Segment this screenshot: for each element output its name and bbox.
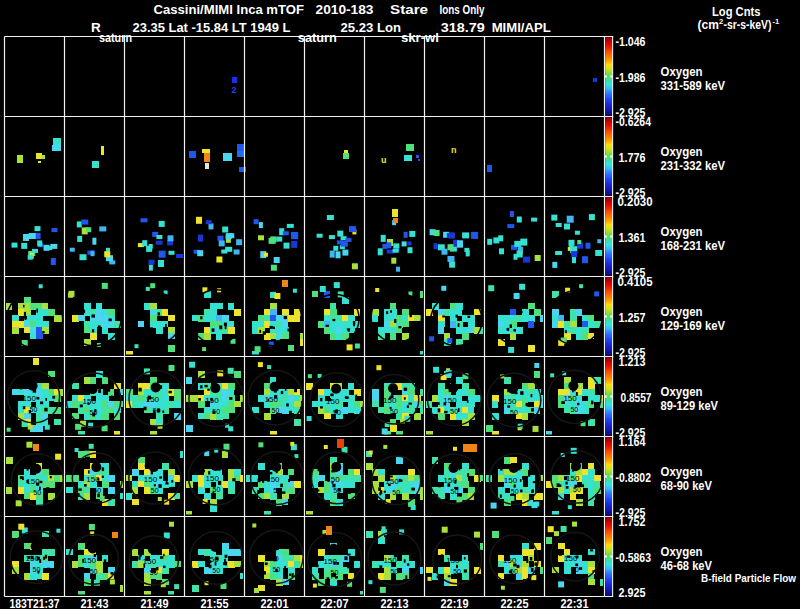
svg-text:Stare: Stare — [390, 2, 429, 17]
svg-text:21:43: 21:43 — [81, 597, 109, 609]
svg-text:150: 150 — [503, 397, 517, 406]
svg-text:318.79: 318.79 — [441, 20, 485, 35]
svg-text:2.925: 2.925 — [619, 586, 646, 600]
svg-text:50: 50 — [33, 489, 41, 496]
svg-text:B-field Particle Flow: B-field Particle Flow — [701, 572, 796, 584]
svg-text:50: 50 — [511, 488, 519, 495]
svg-text:0.4105: 0.4105 — [618, 275, 653, 289]
svg-text:150: 150 — [26, 477, 40, 486]
svg-text:-1.046: -1.046 — [616, 35, 646, 49]
svg-text:150: 150 — [324, 557, 338, 566]
svg-text:50: 50 — [150, 569, 158, 576]
svg-text:22:07: 22:07 — [321, 597, 349, 609]
svg-text:150: 150 — [205, 555, 219, 564]
svg-text:231-332 keV: 231-332 keV — [661, 159, 726, 173]
svg-text:150: 150 — [83, 556, 97, 565]
svg-text:150: 150 — [265, 395, 279, 404]
svg-text:Oxygen: Oxygen — [661, 545, 703, 559]
svg-text:150: 150 — [265, 554, 279, 563]
svg-text:150: 150 — [326, 475, 340, 484]
svg-text:50: 50 — [212, 567, 220, 574]
svg-text:50: 50 — [151, 487, 159, 494]
svg-text:331-589 keV: 331-589 keV — [661, 79, 726, 93]
svg-text:MIMI/APL: MIMI/APL — [492, 20, 551, 35]
svg-text:150: 150 — [503, 556, 517, 565]
svg-text:saturn: saturn — [99, 31, 132, 45]
svg-text:50: 50 — [390, 408, 398, 415]
svg-text:89-129 keV: 89-129 keV — [661, 399, 719, 413]
svg-text:0.2030: 0.2030 — [618, 195, 653, 209]
svg-text:150: 150 — [23, 394, 37, 403]
svg-text:50: 50 — [90, 568, 98, 575]
svg-text:50: 50 — [331, 569, 339, 576]
svg-text:50: 50 — [90, 409, 98, 416]
svg-text:22:01: 22:01 — [261, 597, 289, 609]
svg-text:183T21:37: 183T21:37 — [10, 597, 60, 609]
svg-text:1.752: 1.752 — [619, 515, 646, 529]
svg-text:saturn: saturn — [298, 31, 337, 45]
svg-text:1.257: 1.257 — [619, 311, 646, 325]
svg-text:150: 150 — [144, 475, 158, 484]
svg-text:150: 150 — [83, 397, 97, 406]
svg-text:21:55: 21:55 — [201, 597, 229, 609]
svg-text:50: 50 — [571, 566, 579, 573]
svg-text:50: 50 — [333, 487, 341, 494]
svg-text:22:25: 22:25 — [501, 597, 529, 609]
svg-text:50: 50 — [390, 568, 398, 575]
svg-text:150: 150 — [444, 476, 458, 485]
svg-text:22:19: 22:19 — [441, 597, 469, 609]
svg-text:(cm: (cm — [698, 18, 719, 32]
svg-text:0.8557: 0.8557 — [621, 391, 652, 405]
svg-text:50: 50 — [451, 488, 459, 495]
svg-text:Oxygen: Oxygen — [661, 465, 703, 479]
svg-text:Oxygen: Oxygen — [661, 65, 703, 79]
svg-text:Cassini/MIMI Inca mTOF: Cassini/MIMI Inca mTOF — [154, 2, 305, 17]
svg-text:150: 150 — [566, 474, 580, 483]
svg-text:50: 50 — [333, 409, 341, 416]
svg-text:-1.986: -1.986 — [616, 71, 646, 85]
svg-text:1.776: 1.776 — [619, 151, 646, 165]
svg-text:2010-183: 2010-183 — [316, 2, 374, 17]
svg-text:150: 150 — [326, 397, 340, 406]
svg-text:2: 2 — [232, 85, 237, 95]
svg-text:129-169 keV: 129-169 keV — [661, 319, 726, 333]
svg-text:150: 150 — [504, 476, 518, 485]
svg-text:50: 50 — [153, 407, 161, 414]
svg-text:50: 50 — [272, 407, 280, 414]
svg-text:1.164: 1.164 — [619, 435, 646, 449]
svg-text:50: 50 — [453, 568, 461, 575]
svg-text:Oxygen: Oxygen — [661, 385, 703, 399]
svg-text:150: 150 — [446, 556, 460, 565]
svg-text:u: u — [381, 155, 387, 165]
svg-text:21:49: 21:49 — [141, 597, 169, 609]
svg-text:150: 150 — [205, 396, 219, 405]
svg-text:-0.6264: -0.6264 — [616, 115, 652, 129]
svg-text:150: 150 — [266, 475, 280, 484]
svg-text:50: 50 — [30, 406, 38, 413]
svg-text:1.361: 1.361 — [619, 231, 646, 245]
svg-text:50: 50 — [272, 566, 280, 573]
svg-text:150: 150 — [385, 477, 399, 486]
svg-text:150: 150 — [564, 554, 578, 563]
svg-text:50: 50 — [273, 487, 281, 494]
svg-text:Ions Only: Ions Only — [440, 2, 485, 17]
svg-text:150: 150 — [86, 475, 100, 484]
svg-text:150: 150 — [206, 474, 220, 483]
svg-text:50: 50 — [450, 408, 458, 415]
svg-text:50: 50 — [510, 409, 518, 416]
svg-text:150: 150 — [563, 394, 577, 403]
svg-text:-1: -1 — [773, 17, 780, 26]
svg-text:22:31: 22:31 — [561, 597, 589, 609]
svg-text:n: n — [451, 145, 457, 155]
svg-text:50: 50 — [213, 486, 221, 493]
svg-text:Oxygen: Oxygen — [661, 305, 703, 319]
svg-text:50: 50 — [570, 406, 578, 413]
svg-text:23.35 Lat -15.84 LT 1949 L: 23.35 Lat -15.84 LT 1949 L — [133, 20, 291, 35]
svg-text:150: 150 — [26, 554, 40, 563]
svg-text:150: 150 — [383, 396, 397, 405]
svg-text:-0.8802: -0.8802 — [616, 471, 652, 485]
svg-text:-0.5863: -0.5863 — [616, 551, 652, 565]
svg-text:150: 150 — [383, 556, 397, 565]
svg-text:skr-wl: skr-wl — [401, 31, 439, 45]
svg-text:168-231 keV: 168-231 keV — [661, 239, 726, 253]
